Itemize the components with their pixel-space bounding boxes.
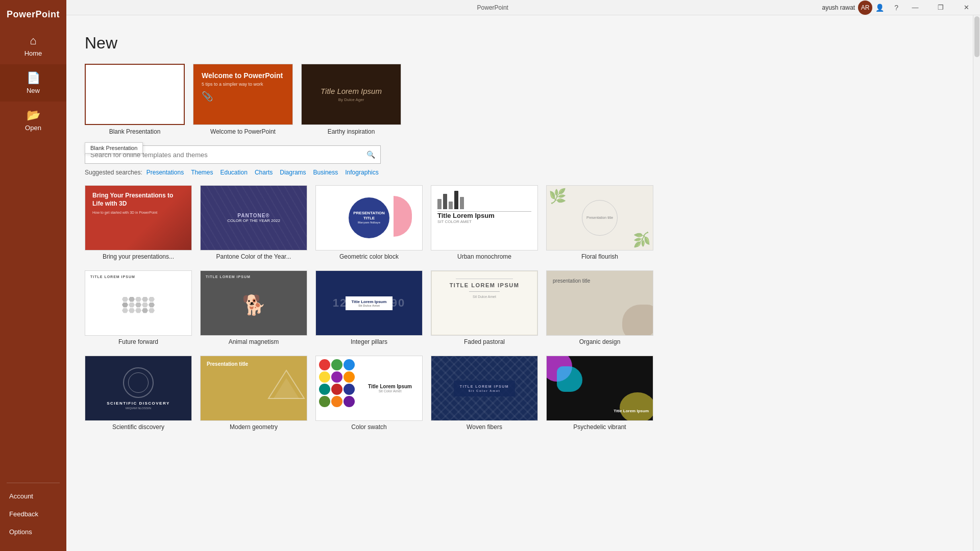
help-button[interactable]: ? — [891, 4, 901, 12]
integer-preview: 1234567890 Title Lorem Ipsum Sit Dulce A… — [316, 271, 422, 335]
featured-welcome[interactable]: Welcome to PowerPoint 5 tips to a simple… — [193, 64, 293, 135]
welcome-label: Welcome to PowerPoint — [210, 128, 276, 135]
sidebar: PowerPoint ⌂ Home 📄 New 📂 Open Account F… — [0, 0, 66, 551]
geometric-preview: PRESENTATION TITLE Maryam Ndiaye — [316, 186, 422, 250]
template-floral[interactable]: 🌿 Presentation title 🌿 Floral flourish — [546, 185, 653, 260]
swatch-sub: Sit Color Amet — [379, 389, 402, 393]
woven-thumb: TITLE LOREM IPSUM Sit Color Amet — [431, 356, 538, 421]
restore-button[interactable]: ❐ — [929, 0, 952, 15]
pantone-label: Pantone Color of the Year... — [200, 253, 307, 260]
woven-box: TITLE LOREM IPSUM Sit Color Amet — [454, 381, 515, 396]
sc2 — [331, 359, 342, 370]
avatar[interactable]: AR — [858, 1, 872, 15]
bar2 — [443, 194, 447, 209]
geometric-label: Geometric color block — [315, 253, 423, 260]
close-button[interactable]: ✕ — [954, 0, 978, 15]
scientific-circle — [123, 367, 154, 398]
pantone-year: COLOR OF THE YEAR 2022 — [227, 218, 280, 223]
template-psychedelic[interactable]: Title Lorem Ipsum Psychedelic vibrant — [546, 356, 653, 431]
floral-deco-br: 🌿 — [633, 231, 651, 248]
sidebar-item-options[interactable]: Options — [0, 523, 66, 541]
template-integer[interactable]: 1234567890 Title Lorem Ipsum Sit Dulce A… — [315, 270, 423, 345]
template-faded[interactable]: TITLE LOREM IPSUM Sit Dulce Amet Faded p… — [431, 270, 538, 345]
animal-preview: TITLE LOREM IPSUM 🐕 — [201, 271, 307, 335]
sidebar-item-new[interactable]: 📄 New — [0, 64, 66, 102]
suggested-presentations[interactable]: Presentations — [146, 169, 184, 176]
template-urban[interactable]: Title Lorem Ipsum SIT COLOR AMET Urban m… — [431, 185, 538, 260]
modern-label: Modern geometry — [200, 423, 307, 431]
h9 — [142, 303, 148, 308]
earthy-preview: Title Lorem Ipsum By Dulce Ager — [302, 64, 401, 124]
template-future[interactable]: TITLE LOREM IPSUM — [85, 270, 192, 345]
h11 — [122, 308, 128, 313]
sc5 — [331, 371, 342, 383]
h8 — [135, 303, 141, 308]
floral-label-text: Floral flourish — [546, 253, 653, 260]
scrollbar-track[interactable] — [973, 15, 980, 551]
faded-label: Faded pastoral — [431, 338, 538, 345]
suggested-infographics[interactable]: Infographics — [345, 169, 378, 176]
svg-marker-1 — [274, 378, 299, 398]
psychedelic-blob2 — [557, 366, 582, 392]
pantone-text: PANTONE® — [237, 213, 270, 218]
bring-preview: Bring Your Presentations to Life with 3D… — [85, 186, 191, 250]
integer-box: Title Lorem Ipsum Sit Dulce Amet — [346, 296, 393, 310]
h14 — [142, 308, 148, 313]
template-woven[interactable]: TITLE LOREM IPSUM Sit Color Amet Woven f… — [431, 356, 538, 431]
modern-preview: Presentation title — [201, 356, 307, 420]
geometric-thumb: PRESENTATION TITLE Maryam Ndiaye — [315, 185, 423, 251]
sc11 — [331, 396, 342, 407]
search-section: 🔍 Suggested searches: Presentations Them… — [85, 145, 962, 176]
search-icon[interactable]: 🔍 — [366, 151, 375, 159]
h6 — [122, 303, 128, 308]
organic-thumb: presentation title — [546, 270, 653, 336]
sidebar-item-account[interactable]: Account — [0, 487, 66, 505]
template-color-swatch[interactable]: Title Lorem Ipsum Sit Color Amet Color s… — [315, 356, 423, 431]
geometric-circle: PRESENTATION TITLE Maryam Ndiaye — [349, 197, 389, 238]
template-animal[interactable]: TITLE LOREM IPSUM 🐕 Animal magnetism — [200, 270, 307, 345]
bar3 — [449, 202, 453, 209]
template-organic[interactable]: presentation title Organic design — [546, 270, 653, 345]
sidebar-item-home[interactable]: ⌂ Home — [0, 27, 66, 64]
sc3 — [344, 359, 355, 370]
titlebar-title: PowerPoint — [477, 4, 508, 11]
template-scientific[interactable]: SCIENTIFIC DISCOVERY MIQIAM NLOSSIN Scie… — [85, 356, 192, 431]
organic-blob — [622, 305, 653, 335]
suggested-education[interactable]: Education — [220, 169, 248, 176]
sidebar-item-feedback[interactable]: Feedback — [0, 505, 66, 523]
suggested-themes[interactable]: Themes — [191, 169, 213, 176]
scrollbar-thumb[interactable] — [974, 16, 979, 57]
options-label: Options — [9, 528, 32, 536]
template-modern[interactable]: Presentation title Modern geometry — [200, 356, 307, 431]
geometric-title: PRESENTATION TITLE — [349, 211, 389, 221]
earthy-sub: By Dulce Ager — [338, 97, 364, 102]
h7 — [129, 303, 135, 308]
floral-label: Presentation title — [586, 215, 613, 220]
animal-label-text: Animal magnetism — [200, 338, 307, 345]
featured-earthy[interactable]: Title Lorem Ipsum By Dulce Ager Earthy i… — [301, 64, 401, 135]
bar1 — [437, 199, 442, 209]
template-geometric[interactable]: PRESENTATION TITLE Maryam Ndiaye Geometr… — [315, 185, 423, 260]
scientific-inner-circle — [128, 372, 149, 393]
suggested-charts[interactable]: Charts — [255, 169, 273, 176]
minimize-button[interactable]: — — [903, 0, 927, 15]
sidebar-item-open[interactable]: 📂 Open — [0, 102, 66, 139]
blank-preview — [86, 65, 184, 124]
suggested-diagrams[interactable]: Diagrams — [280, 169, 306, 176]
template-pantone[interactable]: PANTONE® COLOR OF THE YEAR 2022 Pantone … — [200, 185, 307, 260]
blank-label: Blank Presentation — [109, 128, 161, 135]
woven-label: Woven fibers — [431, 423, 538, 431]
suggested-business[interactable]: Business — [313, 169, 338, 176]
sc8 — [331, 384, 342, 395]
urban-title: Title Lorem Ipsum — [437, 212, 531, 219]
sidebar-item-new-label: New — [27, 87, 40, 94]
animal-dog-icon: 🐕 — [206, 279, 302, 331]
featured-blank[interactable]: Blank Presentation Blank Presentation — [85, 64, 185, 135]
h1 — [122, 297, 128, 302]
profile-icon[interactable]: 👤 — [875, 4, 884, 12]
woven-title: TITLE LOREM IPSUM — [460, 385, 509, 388]
sidebar-bottom: Account Feedback Options — [0, 479, 66, 551]
faded-title: TITLE LOREM IPSUM — [450, 282, 520, 288]
urban-preview: Title Lorem Ipsum SIT COLOR AMET — [431, 186, 537, 250]
template-bring[interactable]: Bring Your Presentations to Life with 3D… — [85, 185, 192, 260]
